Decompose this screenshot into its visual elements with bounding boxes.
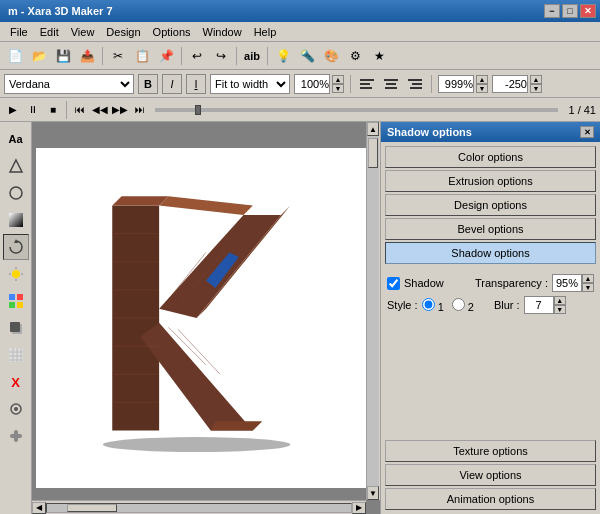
extra-tool-button[interactable] [3,423,29,449]
light1-button[interactable]: 💡 [272,45,294,67]
zoom-down[interactable]: ▼ [332,84,344,93]
transparency-up[interactable]: ▲ [582,274,594,283]
canvas-vscroll[interactable]: ▲ ▼ [366,122,380,500]
export-button[interactable]: 📤 [76,45,98,67]
main-toolbar: 📄 📂 💾 📤 ✂ 📋 📌 ↩ ↪ aib 💡 🔦 🎨 ⚙ ★ [0,42,600,70]
open-button[interactable]: 📂 [28,45,50,67]
design-options-button[interactable]: Design options [385,194,596,216]
menu-help[interactable]: Help [248,24,283,40]
shape-tool-button[interactable] [3,153,29,179]
menu-window[interactable]: Window [197,24,248,40]
save-button[interactable]: 💾 [52,45,74,67]
gradient-tool-button[interactable] [3,207,29,233]
color-button[interactable]: 🎨 [320,45,342,67]
italic-button[interactable]: I [162,74,182,94]
shape-icon [8,158,24,174]
light2-button[interactable]: 🔦 [296,45,318,67]
undo-button[interactable]: ↩ [186,45,208,67]
zoom999-down[interactable]: ▼ [476,84,488,93]
zoom-999-input[interactable] [438,75,474,93]
light-tool-button[interactable] [3,261,29,287]
timeline-slider[interactable] [155,108,558,112]
blur-input[interactable] [524,296,554,314]
xara-tool-button[interactable]: X [3,369,29,395]
shadow-options-button[interactable]: Shadow options [385,242,596,264]
bevel-options-button[interactable]: Bevel options [385,218,596,240]
panel-close-button[interactable]: ✕ [580,126,594,138]
menu-options[interactable]: Options [147,24,197,40]
zoom999-up[interactable]: ▲ [476,75,488,84]
right-panel: Shadow options ✕ Color options Extrusion… [380,122,600,514]
text-tool-button[interactable]: Aa [3,126,29,152]
align-left-button[interactable] [357,74,377,94]
canvas-scroll-right[interactable]: ▶ [352,502,366,514]
zoom-input[interactable] [294,74,330,94]
texture-options-button[interactable]: Texture options [385,440,596,462]
style-2-label[interactable]: 2 [452,298,474,313]
menu-design[interactable]: Design [100,24,146,40]
canvas-scroll-down[interactable]: ▼ [367,486,379,500]
cut-button[interactable]: ✂ [107,45,129,67]
canvas-hscroll-thumb[interactable] [67,504,117,512]
prev-button[interactable]: ◀◀ [91,101,109,119]
align-center-button[interactable] [381,74,401,94]
align-right-button[interactable] [405,74,425,94]
canvas-vscroll-thumb[interactable] [368,138,378,168]
options-button[interactable]: ⚙ [344,45,366,67]
prev-start-button[interactable]: ⏮ [71,101,89,119]
maximize-button[interactable]: □ [562,4,578,18]
color-icon [8,293,24,309]
separator3 [236,47,237,65]
minimize-button[interactable]: − [544,4,560,18]
underline-button[interactable]: I [186,74,206,94]
redo-button[interactable]: ↪ [210,45,232,67]
rotate-tool-button[interactable] [3,234,29,260]
stop-button[interactable]: ■ [44,101,62,119]
font-select[interactable]: Verdana [4,74,134,94]
canvas-hscroll[interactable]: ◀ ▶ [32,500,366,514]
blur-up[interactable]: ▲ [554,296,566,305]
canvas-vscroll-track[interactable] [367,136,379,486]
copy-button[interactable]: 📋 [131,45,153,67]
transparency-down[interactable]: ▼ [582,283,594,292]
next-button[interactable]: ▶▶ [111,101,129,119]
offset-up[interactable]: ▲ [530,75,542,84]
next-end-button[interactable]: ⏭ [131,101,149,119]
canvas-area[interactable]: ▲ ▼ ◀ ▶ [32,122,380,514]
shadow-checkbox[interactable] [387,277,400,290]
blur-down[interactable]: ▼ [554,305,566,314]
paste-button[interactable]: 📌 [155,45,177,67]
animation-options-button[interactable]: Animation options [385,488,596,510]
offset-down[interactable]: ▼ [530,84,542,93]
close-button[interactable]: ✕ [580,4,596,18]
style-1-radio[interactable] [422,298,435,311]
new-button[interactable]: 📄 [4,45,26,67]
canvas-scroll-left[interactable]: ◀ [32,502,46,514]
style-2-radio[interactable] [452,298,465,311]
bold-button[interactable]: B [138,74,158,94]
pause-button[interactable]: ⏸ [24,101,42,119]
menu-file[interactable]: File [4,24,34,40]
circle-tool-button[interactable] [3,180,29,206]
color-options-button[interactable]: Color options [385,146,596,168]
transparency-input[interactable] [552,274,582,292]
offset-input[interactable] [492,75,528,93]
view-options-button[interactable]: View options [385,464,596,486]
color-tool-button[interactable] [3,288,29,314]
fit-width-select[interactable]: Fit to width 100% 75% [210,74,290,94]
zoom-up[interactable]: ▲ [332,75,344,84]
light-icon [8,266,24,282]
style-1-label[interactable]: 1 [422,298,444,313]
extra-button[interactable]: ★ [368,45,390,67]
canvas-scroll-up[interactable]: ▲ [367,122,379,136]
menu-edit[interactable]: Edit [34,24,65,40]
menu-view[interactable]: View [65,24,101,40]
settings-tool-button[interactable] [3,396,29,422]
shadow-transparency-row: Shadow Transparency : ▲ ▼ [387,274,594,292]
play-button[interactable]: ▶ [4,101,22,119]
extrusion-options-button[interactable]: Extrusion options [385,170,596,192]
text-button[interactable]: aib [241,45,263,67]
texture-tool-button[interactable] [3,342,29,368]
shadow-tool-button[interactable] [3,315,29,341]
fontbar: Verdana B I I Fit to width 100% 75% ▲ ▼ [0,70,600,98]
